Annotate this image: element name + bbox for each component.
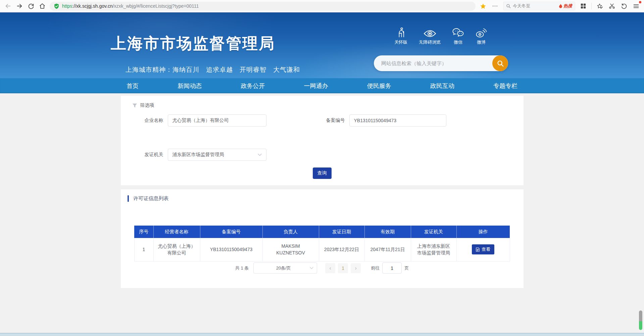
main-navigation: 首页 新闻动态 政务公开 一网通办 便民服务 政民互动 专题专栏 [0, 78, 644, 93]
site-search-input[interactable] [374, 60, 492, 66]
undo-history-icon[interactable] [620, 2, 628, 10]
notification-dot [639, 1, 641, 3]
query-button[interactable]: 查询 [313, 167, 332, 179]
nav-item-one-stop[interactable]: 一网通办 [304, 82, 328, 90]
pagination: 共 1 条 20条/页 ‹ 1 › 前往 [121, 262, 524, 274]
home-icon[interactable] [38, 2, 46, 10]
record-number-label: 备案编号 [302, 117, 349, 124]
col-header-person-in-charge: 负责人 [262, 226, 319, 238]
site-search-bar [374, 55, 508, 71]
weibo-icon [476, 27, 487, 38]
prev-page-button[interactable]: ‹ [325, 263, 335, 273]
header-quick-links: 关怀版 无障碍浏览 微信 微博 [394, 27, 487, 45]
quick-link-weibo[interactable]: 微博 [476, 27, 487, 45]
section-title-bar [128, 195, 129, 202]
secure-shield-icon [54, 3, 59, 9]
toolbar-separator [591, 3, 592, 9]
page-background: 筛选项 企业名称 备案编号 发证机关 浦东新区市场监督管理局 [0, 93, 644, 333]
trending-search-text: 今天冬至 [513, 3, 556, 9]
screenshot-scissors-icon[interactable] [608, 2, 616, 10]
vertical-scrollbar-thumb[interactable] [639, 310, 642, 330]
cell-record-number: YB13101150049473 [200, 238, 262, 261]
col-header-record-number: 备案编号 [200, 226, 262, 238]
nav-item-services[interactable]: 便民服务 [367, 82, 391, 90]
url-text: https://xk.scjgj.sh.gov.cn/xzxk_wbjg/#/l… [62, 3, 199, 9]
back-icon[interactable] [4, 2, 12, 10]
issuing-authority-label: 发证机关 [121, 152, 168, 158]
company-name-label: 企业名称 [121, 117, 168, 124]
site-motto: 上海城市精神：海纳百川 追求卓越 开明睿智 大气谦和 [126, 65, 300, 74]
licence-table: 序号 经营者名称 备案编号 负责人 发证日期 有效期 发证机关 操作 1 [134, 226, 510, 261]
goto-label: 前往 [371, 265, 380, 271]
view-button[interactable]: 查看 [472, 244, 494, 254]
cell-issuing-authority: 上海市浦东新区市场监督管理局 [411, 238, 456, 261]
window-bottom-edge [0, 333, 644, 336]
chevron-down-icon [258, 153, 262, 156]
document-icon [476, 247, 480, 252]
cell-operator-name: 尤心贸易（上海）有限公司 [153, 238, 200, 261]
quick-link-wechat[interactable]: 微信 [452, 27, 464, 45]
nav-item-news[interactable]: 新闻动态 [178, 82, 202, 90]
col-header-valid-until: 有效期 [364, 226, 411, 238]
site-header-banner: 上海市市场监督管理局 上海城市精神：海纳百川 追求卓越 开明睿智 大气谦和 关怀… [0, 12, 644, 78]
nav-item-interaction[interactable]: 政民互动 [430, 82, 454, 90]
add-favorite-icon[interactable] [596, 2, 604, 10]
filter-panel: 筛选项 企业名称 备案编号 发证机关 浦东新区市场监督管理局 [121, 96, 524, 185]
next-page-button[interactable]: › [351, 263, 361, 273]
cell-valid-until: 2047年11月21日 [364, 238, 411, 261]
site-title: 上海市市场监督管理局 [111, 33, 275, 54]
quick-link-accessibility[interactable]: 无障碍浏览 [419, 27, 441, 45]
quick-link-care-version[interactable]: 关怀版 [394, 27, 407, 45]
col-header-actions: 操作 [456, 226, 510, 238]
elderly-icon [396, 27, 406, 38]
page-size-select[interactable]: 20条/页 [253, 262, 317, 274]
cell-person-in-charge: MAKSIM KUZNETSOV [262, 238, 319, 261]
chevron-down-icon [310, 267, 313, 269]
issuing-authority-select[interactable]: 浦东新区市场监督管理局 [168, 149, 266, 161]
nav-item-home[interactable]: 首页 [127, 82, 139, 90]
record-number-input[interactable] [349, 114, 446, 127]
browser-menu-icon[interactable] [632, 2, 640, 10]
address-bar[interactable]: https://xk.scjgj.sh.gov.cn/xzxk_wbjg/#/l… [50, 2, 476, 11]
col-header-issue-date: 发证日期 [319, 226, 364, 238]
refresh-icon[interactable] [27, 2, 35, 10]
nav-item-gov-affairs[interactable]: 政务公开 [241, 82, 265, 90]
eye-icon [423, 27, 437, 38]
browser-toolbar: https://xk.scjgj.sh.gov.cn/xzxk_wbjg/#/l… [0, 0, 644, 12]
cell-actions: 查看 [456, 238, 510, 261]
table-header-row: 序号 经营者名称 备案编号 负责人 发证日期 有效期 发证机关 操作 [134, 226, 510, 238]
wechat-icon [452, 27, 464, 38]
col-header-operator-name: 经营者名称 [153, 226, 200, 238]
flame-icon [558, 4, 563, 9]
col-header-index: 序号 [134, 226, 153, 238]
funnel-icon [132, 103, 137, 108]
nav-item-topics[interactable]: 专题专栏 [493, 82, 517, 90]
current-page-button[interactable]: 1 [338, 263, 348, 273]
hot-search-badge[interactable]: 热搜 [558, 3, 572, 9]
search-icon [506, 4, 511, 8]
site-search-button[interactable] [492, 55, 508, 71]
cell-issue-date: 2023年12月22日 [319, 238, 364, 261]
col-header-issuing-authority: 发证机关 [411, 226, 456, 238]
more-options-icon[interactable] [491, 2, 499, 10]
company-name-input[interactable] [168, 114, 266, 127]
table-row: 1 尤心贸易（上海）有限公司 YB13101150049473 MAKSIM K… [134, 238, 510, 261]
forward-icon[interactable] [15, 2, 23, 10]
apps-grid-icon[interactable] [579, 2, 587, 10]
licence-list-panel: 许可证信息列表 序号 经营者名称 备案编号 负责人 发证日期 [121, 189, 524, 288]
toolbar-search-box[interactable]: 今天冬至 热搜 [503, 2, 575, 10]
total-count-text: 共 1 条 [235, 265, 249, 271]
licence-list-title: 许可证信息列表 [134, 195, 169, 202]
bookmark-star-icon[interactable] [479, 2, 487, 10]
screenshot-root: https://xk.scjgj.sh.gov.cn/xzxk_wbjg/#/l… [0, 0, 644, 336]
page-unit-label: 页 [404, 265, 409, 271]
goto-page-input[interactable] [382, 262, 402, 274]
cell-index: 1 [134, 238, 153, 261]
filter-section-title: 筛选项 [140, 102, 154, 108]
